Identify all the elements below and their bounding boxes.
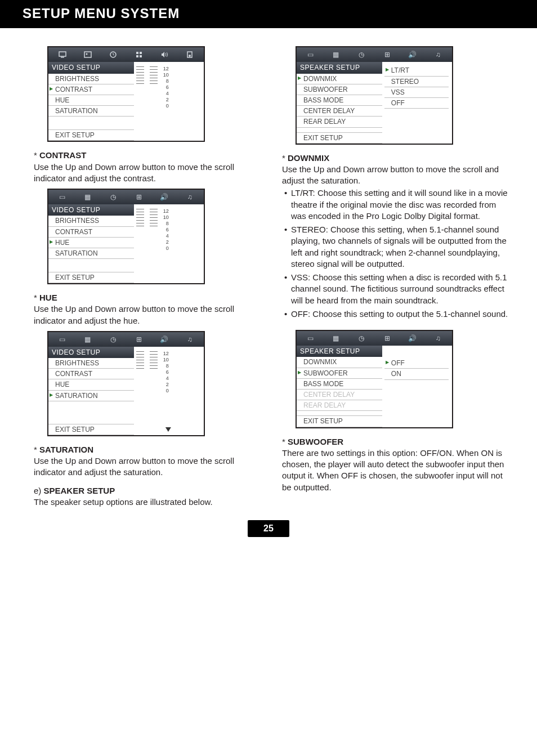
downmix-off-desc: OFF: Choose this setting to output the 5…	[284, 308, 510, 320]
menu-tabs: ▭ ▦ ◷ ⊞ 🔊 ♫	[48, 332, 204, 347]
downmix-stereo-desc: STEREO: Choose this setting, when 5.1-ch…	[284, 224, 510, 270]
menu-item-hue[interactable]: HUE	[48, 379, 134, 390]
menu-item-downmix[interactable]: DOWNMIX	[297, 74, 382, 84]
scale-num: 12	[163, 209, 169, 214]
scale-num: 8	[163, 364, 169, 369]
speaker-setup-heading: e) SPEAKER SETUP	[34, 485, 262, 496]
music-icon: ♫	[177, 190, 203, 204]
scale-num: 2	[163, 382, 169, 387]
menu-item-exit[interactable]: EXIT SETUP	[297, 415, 382, 427]
scale-num: 12	[163, 351, 169, 356]
menu-item-contrast[interactable]: CONTRAST	[48, 84, 134, 95]
menu-item-hue[interactable]: HUE	[48, 95, 134, 106]
scale-num: 6	[163, 85, 169, 90]
menu-item-downmix[interactable]: DOWNMIX	[297, 357, 382, 368]
clock-icon: ◷	[349, 331, 374, 346]
speaker-icon: 🔊	[400, 47, 425, 62]
page-number-wrap: 25	[0, 520, 537, 548]
image-icon: ▦	[75, 332, 100, 347]
menu-item-reardelay[interactable]: REAR DELAY	[297, 117, 382, 127]
list-letter: e)	[34, 486, 44, 495]
menu-item-saturation[interactable]: SATURATION	[48, 106, 134, 117]
screen-icon: ▭	[298, 331, 323, 346]
screen-icon: ▭	[298, 47, 323, 62]
menu-item-brightness[interactable]: BRIGHTNESS	[48, 216, 134, 226]
svg-rect-6	[140, 52, 142, 54]
speaker-setup-body: The speaker setup options are illustrate…	[34, 496, 262, 508]
svg-rect-0	[59, 52, 66, 56]
menu-item-exit[interactable]: EXIT SETUP	[48, 272, 134, 283]
grid-icon: ⊞	[374, 47, 400, 62]
menu-item-exit[interactable]: EXIT SETUP	[48, 424, 134, 435]
downmix-heading: DOWNMIX	[282, 153, 510, 164]
menu-tabs	[48, 47, 204, 62]
option-vss[interactable]: VSS	[384, 87, 449, 98]
menu-item-bassmode[interactable]: BASS MODE	[297, 95, 382, 106]
page-title: SETUP MENU SYSTEM	[23, 5, 528, 23]
video-setup-menu-hue: ▭ ▦ ◷ ⊞ 🔊 ♫ VIDEO SETUP BRIGHTNESS CONTR…	[47, 189, 205, 284]
option-on[interactable]: ON	[384, 369, 449, 379]
option-off[interactable]: OFF	[384, 358, 449, 369]
option-stereo[interactable]: STEREO	[384, 77, 449, 87]
page-body: VIDEO SETUP BRIGHTNESS CONTRAST HUE SATU…	[0, 28, 537, 520]
menu-tabs: ▭ ▦ ◷ ⊞ 🔊 ♫	[48, 190, 204, 204]
speaker-icon: 🔊	[151, 332, 177, 347]
menu-item-hue[interactable]: HUE	[48, 238, 134, 248]
value-slider[interactable]: 12 10 8 6 4 2 0	[136, 208, 200, 251]
menu-item-brightness[interactable]: BRIGHTNESS	[48, 74, 134, 84]
value-slider[interactable]: 12 10 8 6 4 2 0	[136, 350, 200, 393]
hue-body: Use the Up and Down arrow button to move…	[34, 303, 262, 326]
downmix-option-list: LT/RT: Choose this setting and it will s…	[282, 187, 510, 320]
video-setup-menu-contrast: VIDEO SETUP BRIGHTNESS CONTRAST HUE SATU…	[47, 46, 205, 142]
clock-icon	[101, 47, 126, 62]
menu-item-centerdelay[interactable]: CENTER DELAY	[297, 106, 382, 117]
contrast-heading: CONTRAST	[34, 150, 262, 161]
music-icon	[177, 47, 203, 62]
speaker-icon: 🔊	[400, 331, 425, 346]
menu-item-contrast[interactable]: CONTRAST	[48, 369, 134, 379]
menu-section-title: VIDEO SETUP	[48, 204, 134, 216]
left-column: VIDEO SETUP BRIGHTNESS CONTRAST HUE SATU…	[34, 42, 262, 509]
scale-num: 6	[163, 227, 169, 232]
subwoofer-body: There are two settings in this option: O…	[282, 448, 510, 493]
speaker-setup-menu-subwoofer: ▭ ▦ ◷ ⊞ 🔊 ♫ SPEAKER SETUP DOWNMIX SUBWOO…	[296, 330, 453, 428]
image-icon	[75, 47, 100, 62]
image-icon: ▦	[75, 190, 100, 204]
scale-num: 12	[163, 66, 169, 71]
menu-item-exit[interactable]: EXIT SETUP	[48, 129, 134, 141]
clock-icon: ◷	[101, 332, 126, 347]
menu-item-saturation[interactable]: SATURATION	[48, 248, 134, 259]
menu-item-contrast[interactable]: CONTRAST	[48, 227, 134, 238]
page-number: 25	[248, 520, 289, 537]
downmix-lt-desc: LT/RT: Choose this setting and it will s…	[284, 187, 510, 222]
contrast-body: Use the Up and Down arrow button to move…	[34, 162, 262, 185]
screen-icon: ▭	[50, 190, 75, 204]
scale-num: 2	[163, 240, 169, 245]
menu-item-exit[interactable]: EXIT SETUP	[297, 132, 382, 144]
menu-item-saturation[interactable]: SATURATION	[48, 391, 134, 401]
speaker-setup-menu-downmix: ▭ ▦ ◷ ⊞ 🔊 ♫ SPEAKER SETUP DOWNMIX SUBWOO…	[296, 46, 453, 144]
menu-item-reardelay: REAR DELAY	[297, 400, 382, 411]
scale-num: 8	[163, 221, 169, 226]
menu-section-title: SPEAKER SETUP	[297, 346, 382, 357]
screen-icon	[50, 47, 75, 62]
menu-item-subwoofer[interactable]: SUBWOOFER	[297, 368, 382, 379]
page-header: SETUP MENU SYSTEM	[0, 0, 537, 28]
grid-icon: ⊞	[126, 190, 151, 204]
menu-tabs: ▭ ▦ ◷ ⊞ 🔊 ♫	[297, 331, 452, 346]
svg-rect-5	[136, 52, 138, 54]
option-ltrt[interactable]: LT/RT	[384, 65, 449, 76]
clock-icon: ◷	[349, 47, 374, 62]
grid-icon	[126, 47, 151, 62]
menu-section-title: VIDEO SETUP	[48, 62, 134, 73]
menu-item-brightness[interactable]: BRIGHTNESS	[48, 358, 134, 369]
option-off[interactable]: OFF	[384, 98, 449, 109]
right-column: ▭ ▦ ◷ ⊞ 🔊 ♫ SPEAKER SETUP DOWNMIX SUBWOO…	[282, 42, 510, 509]
menu-item-subwoofer[interactable]: SUBWOOFER	[297, 84, 382, 95]
screen-icon: ▭	[50, 332, 75, 347]
scale-num: 8	[163, 79, 169, 84]
scale-num: 4	[163, 376, 169, 381]
menu-item-centerdelay: CENTER DELAY	[297, 390, 382, 400]
value-slider[interactable]: 12 10 8 6 4 2 0	[136, 65, 200, 109]
menu-item-bassmode[interactable]: BASS MODE	[297, 379, 382, 390]
